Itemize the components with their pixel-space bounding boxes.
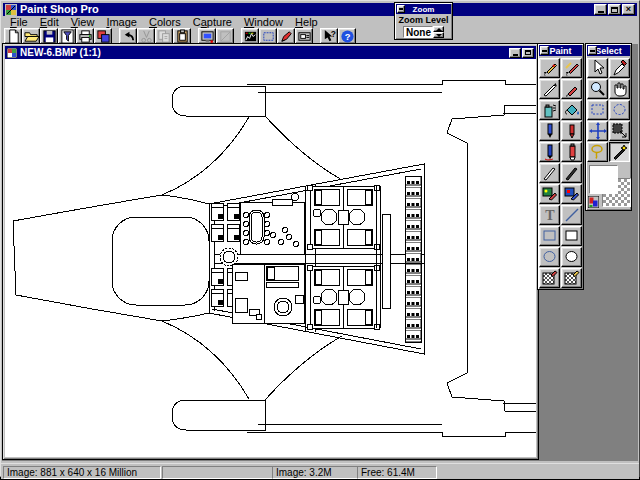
- select-palette: Select: [585, 43, 632, 211]
- menu-help[interactable]: Help: [289, 17, 324, 28]
- minimize-button[interactable]: [594, 4, 607, 15]
- retouch-brush-icon[interactable]: [561, 79, 582, 99]
- filled-rectangle-icon[interactable]: [561, 226, 582, 246]
- toolbar-separator: [313, 28, 320, 44]
- undo-icon[interactable]: [119, 28, 137, 44]
- paint-palette: Paint T: [537, 43, 584, 290]
- zoom-spin-down-icon[interactable]: [433, 32, 444, 38]
- save-file-icon[interactable]: [40, 28, 58, 44]
- color-replacer-icon[interactable]: [561, 184, 582, 204]
- zoom-level-label: Zoom Level: [395, 15, 452, 25]
- rectangle-select-icon[interactable]: [587, 100, 608, 120]
- paint-palette-title-bar[interactable]: Paint: [539, 45, 582, 56]
- menu-window[interactable]: Window: [238, 17, 289, 28]
- paint-palette-title: Paint: [549, 46, 571, 56]
- svg-text:?: ?: [330, 29, 335, 39]
- menu-image[interactable]: Image: [100, 17, 143, 28]
- pattern-brush-icon[interactable]: [539, 268, 560, 288]
- status-panel-2: Image: 3.2M: [272, 466, 358, 479]
- toolbar-separator: [191, 28, 198, 44]
- zoom-palette-menu-button[interactable]: [397, 5, 405, 13]
- crayon-icon[interactable]: [561, 121, 582, 141]
- doc-maximize-button[interactable]: [522, 48, 534, 58]
- selection-icon[interactable]: [259, 28, 277, 44]
- pattern-fill-icon[interactable]: [561, 268, 582, 288]
- open-file-icon[interactable]: [22, 28, 40, 44]
- eraser-dark-icon[interactable]: [561, 163, 582, 183]
- dropper-icon[interactable]: [609, 58, 630, 78]
- canvas[interactable]: [5, 59, 536, 457]
- paste-icon[interactable]: [173, 28, 191, 44]
- menu-view[interactable]: View: [65, 17, 101, 28]
- toolbar-separator: [234, 28, 241, 44]
- svg-text:?: ?: [344, 31, 350, 41]
- title-bar: Paint Shop Pro ×: [3, 3, 637, 16]
- magic-wand-icon[interactable]: [609, 142, 630, 162]
- select-palette-title: Select: [595, 46, 622, 56]
- zoom-level-field[interactable]: None: [403, 26, 433, 38]
- document-window: NEW-6.BMP (1:1): [2, 43, 539, 460]
- help-icon[interactable]: ?: [338, 28, 356, 44]
- close-button[interactable]: ×: [622, 4, 635, 15]
- mover-icon[interactable]: [587, 121, 608, 141]
- clone-brush-icon[interactable]: [561, 58, 582, 78]
- lasso-icon[interactable]: [587, 142, 608, 162]
- menu-file[interactable]: File: [4, 17, 34, 28]
- toolbar-separator: [112, 28, 119, 44]
- zoom-palette: Zoom Zoom Level None: [394, 2, 453, 40]
- context-help-icon[interactable]: ?: [320, 28, 338, 44]
- toolbar-options-icon[interactable]: [295, 28, 313, 44]
- menu-colors[interactable]: Colors: [143, 17, 187, 28]
- new-file-icon[interactable]: [4, 28, 22, 44]
- paintbrush-icon[interactable]: [539, 58, 560, 78]
- cut-icon[interactable]: [137, 28, 155, 44]
- menu-capture[interactable]: Capture: [187, 17, 238, 28]
- menu-edit[interactable]: Edit: [34, 17, 65, 28]
- rectangle-icon[interactable]: [539, 226, 560, 246]
- foreground-color-swatch[interactable]: [589, 165, 618, 194]
- edit-palette-icon[interactable]: [277, 28, 295, 44]
- status-panel-1: [162, 466, 273, 479]
- magnifier-icon[interactable]: [587, 79, 608, 99]
- select-palette-title-bar[interactable]: Select: [587, 45, 630, 56]
- switch-colors-icon[interactable]: [588, 194, 601, 208]
- ellipse-select-icon[interactable]: [609, 100, 630, 120]
- selection-mover-icon[interactable]: [609, 121, 630, 141]
- svg-text:T: T: [545, 208, 555, 223]
- marker-icon[interactable]: [539, 121, 560, 141]
- eraser-tube-icon[interactable]: [561, 142, 582, 162]
- maximize-button[interactable]: [608, 4, 621, 15]
- paint-shop-pro-window: Paint Shop Pro × FileEditViewImageColors…: [0, 0, 640, 477]
- clone-stamp-icon[interactable]: [539, 184, 560, 204]
- browse-funnel-icon[interactable]: [58, 28, 76, 44]
- status-bar: Image: 881 x 640 x 16 MillionImage: 3.2M…: [1, 463, 639, 479]
- hand-icon[interactable]: [609, 79, 630, 99]
- arrow-icon[interactable]: [587, 58, 608, 78]
- airbrush-icon[interactable]: [539, 100, 560, 120]
- status-panel-0: Image: 881 x 640 x 16 Million: [3, 466, 161, 479]
- copy-icon[interactable]: [155, 28, 173, 44]
- app-icon: [5, 4, 17, 16]
- text-icon[interactable]: T: [539, 205, 560, 225]
- document-title-bar[interactable]: NEW-6.BMP (1:1): [5, 46, 536, 59]
- zoom-palette-title-bar[interactable]: Zoom: [396, 4, 451, 14]
- acquire-icon[interactable]: [94, 28, 112, 44]
- print-icon[interactable]: [76, 28, 94, 44]
- paint-palette-menu-button[interactable]: [540, 46, 549, 55]
- capture-screen-icon[interactable]: [198, 28, 216, 44]
- ellipse-icon[interactable]: [539, 247, 560, 267]
- eraser-light-icon[interactable]: [539, 163, 560, 183]
- status-panel-3: Free: 61.4M: [357, 466, 437, 479]
- filled-ellipse-icon[interactable]: [561, 247, 582, 267]
- line-icon[interactable]: [561, 205, 582, 225]
- pen-icon[interactable]: [539, 79, 560, 99]
- doc-minimize-button[interactable]: [509, 48, 521, 58]
- preview-icon[interactable]: [216, 28, 234, 44]
- menu-bar: FileEditViewImageColorsCaptureWindowHelp: [4, 17, 636, 28]
- zoom-palette-title: Zoom: [413, 5, 435, 14]
- color-selection-area: [586, 163, 631, 210]
- fountain-pen-icon[interactable]: [539, 142, 560, 162]
- flood-fill-icon[interactable]: [561, 100, 582, 120]
- histogram-icon[interactable]: [241, 28, 259, 44]
- select-palette-menu-button[interactable]: [588, 46, 597, 55]
